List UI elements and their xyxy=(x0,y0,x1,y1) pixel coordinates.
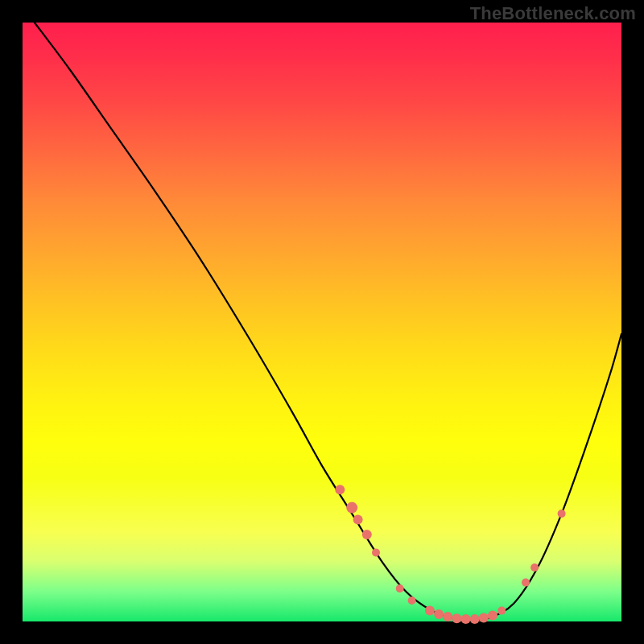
bottleneck-curve xyxy=(35,23,621,621)
chart-frame: TheBottleneck.com xyxy=(0,0,644,644)
marker-dot xyxy=(346,502,357,514)
highlight-markers xyxy=(335,485,565,624)
marker-dot xyxy=(396,584,404,592)
marker-dot xyxy=(522,579,530,587)
marker-dot xyxy=(362,530,372,539)
marker-dot xyxy=(408,597,416,605)
marker-dot xyxy=(530,564,539,572)
marker-dot xyxy=(558,510,566,518)
marker-dot xyxy=(452,613,461,623)
marker-dot xyxy=(443,612,452,621)
marker-dot xyxy=(461,614,471,624)
watermark-label: TheBottleneck.com xyxy=(470,3,636,24)
marker-dot xyxy=(470,614,480,624)
marker-dot xyxy=(335,485,345,494)
marker-dot xyxy=(425,606,435,616)
marker-dot xyxy=(497,607,506,615)
chart-plot-area xyxy=(23,23,621,621)
marker-dot xyxy=(353,515,363,525)
marker-dot xyxy=(479,613,489,623)
marker-dot xyxy=(372,548,380,556)
chart-svg xyxy=(23,23,621,621)
marker-dot xyxy=(434,609,444,619)
marker-dot xyxy=(488,611,497,621)
